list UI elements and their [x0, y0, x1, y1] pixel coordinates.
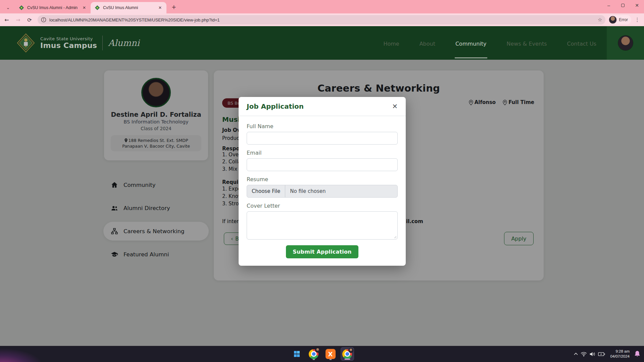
chrome-profile-avatar: [315, 348, 320, 353]
site-favicon: [19, 5, 24, 10]
clock-time: 9:28 am: [610, 349, 630, 354]
site-nav: Home About Community News & Events Conta…: [383, 26, 597, 60]
profile-avatar: [609, 16, 617, 24]
nav-home[interactable]: Home: [383, 28, 400, 58]
reload-button[interactable]: ⟳: [25, 15, 34, 24]
window-controls: – ✕: [602, 0, 644, 13]
taskbar-chrome-2-active[interactable]: [341, 347, 354, 361]
back-button[interactable]: ←: [2, 15, 11, 24]
brand-text: Cavite State University Imus Campus: [40, 36, 97, 50]
tab-close-icon[interactable]: ✕: [157, 5, 163, 11]
cover-letter-label: Cover Letter: [247, 203, 398, 209]
taskbar-chrome-1[interactable]: [307, 347, 320, 361]
nav-about[interactable]: About: [419, 28, 436, 58]
chrome-profile-avatar: [348, 348, 353, 353]
resume-file-input[interactable]: Choose File No file chosen: [247, 185, 398, 198]
modal-header: Job Application ✕: [239, 97, 406, 116]
taskbar-clock[interactable]: 9:28 am 04/07/2024: [610, 349, 630, 359]
url-text: localhost/ALUMNI%20MANAGEMENT%20SYSTEM/U…: [49, 17, 595, 22]
tab-title: CvSU Imus Alumni: [103, 5, 157, 10]
brand-divider: [102, 36, 103, 50]
chevron-down-icon: ⌄: [6, 5, 10, 10]
user-avatar: [618, 35, 633, 51]
full-name-label: Full Name: [247, 123, 398, 130]
clock-date: 04/07/2024: [610, 354, 630, 359]
new-tab-button[interactable]: +: [169, 2, 179, 12]
bookmark-star-icon[interactable]: ☆: [598, 17, 602, 23]
window-minimize-button[interactable]: –: [602, 0, 616, 11]
site-brand[interactable]: Cavite State University Imus Campus Alum…: [16, 33, 140, 53]
info-icon: [41, 17, 46, 22]
modal-body: Full Name Email Resume Choose File No fi…: [239, 116, 406, 266]
tab-alumni[interactable]: CvSU Imus Alumni ✕: [91, 2, 166, 13]
submit-application-button[interactable]: Submit Application: [286, 245, 358, 258]
window-maximize-button[interactable]: [616, 0, 630, 11]
cover-letter-textarea[interactable]: [247, 211, 398, 240]
tab-admin[interactable]: CvSU Imus Alumni - Admin ✕: [15, 2, 91, 13]
file-status-text: No file chosen: [285, 185, 330, 197]
taskbar-xampp[interactable]: X: [324, 347, 337, 361]
tab-search-button[interactable]: ⌄: [3, 3, 13, 12]
url-bar[interactable]: localhost/ALUMNI%20MANAGEMENT%20SYSTEM/U…: [38, 15, 605, 24]
user-menu[interactable]: [607, 26, 644, 60]
screen: ⌄ CvSU Imus Alumni - Admin ✕ CvSU Imus A…: [0, 0, 644, 362]
battery-icon[interactable]: [598, 352, 605, 356]
campus-name: Imus Campus: [40, 41, 97, 50]
full-name-input[interactable]: [247, 132, 398, 145]
xampp-icon: X: [326, 349, 336, 359]
active-indicator: [344, 359, 350, 360]
speaker-icon[interactable]: [589, 352, 596, 357]
job-application-modal: Job Application ✕ Full Name Email Resume…: [239, 97, 406, 266]
site-favicon: [95, 5, 100, 10]
nav-news-events[interactable]: News & Events: [506, 28, 548, 58]
tray-chevron-up-icon[interactable]: [574, 352, 578, 356]
site-header: Cavite State University Imus Campus Alum…: [0, 26, 644, 60]
system-tray: 9:28 am 04/07/2024: [574, 346, 641, 362]
browser-toolbar: ← → ⟳ localhost/ALUMNI%20MANAGEMENT%20SY…: [0, 13, 644, 26]
browser-tab-bar: ⌄ CvSU Imus Alumni - Admin ✕ CvSU Imus A…: [0, 0, 644, 13]
taskbar-center: X: [290, 346, 354, 362]
browser-profile-chip[interactable]: Error: [608, 15, 631, 24]
page-viewport: Cavite State University Imus Campus Alum…: [0, 26, 644, 346]
resume-label: Resume: [247, 176, 398, 183]
browser-menu-button[interactable]: ⋮: [633, 16, 641, 24]
tab-title: CvSU Imus Alumni - Admin: [27, 5, 81, 10]
start-button[interactable]: [290, 347, 304, 361]
profile-name: Error: [619, 17, 628, 22]
nav-community[interactable]: Community: [455, 28, 487, 58]
email-label: Email: [247, 150, 398, 156]
notification-bell-icon[interactable]: [634, 350, 641, 358]
university-seal-icon: [16, 33, 36, 53]
maximize-icon: [621, 4, 625, 7]
choose-file-button[interactable]: Choose File: [247, 185, 285, 197]
running-indicator: [312, 359, 315, 360]
nav-contact-us[interactable]: Contact Us: [566, 28, 597, 58]
email-input[interactable]: [247, 158, 398, 171]
university-name: Cavite State University: [40, 36, 97, 41]
windows-start-icon: [294, 351, 300, 357]
modal-title: Job Application: [247, 102, 304, 110]
close-icon[interactable]: ✕: [392, 103, 398, 110]
forward-button[interactable]: →: [13, 15, 23, 24]
taskbar: X 9:28 am 04/07/2024: [0, 346, 644, 362]
wifi-icon[interactable]: [581, 352, 587, 357]
window-close-button[interactable]: ✕: [630, 0, 644, 11]
running-indicator: [329, 359, 332, 360]
tab-close-icon[interactable]: ✕: [81, 5, 87, 11]
alumni-script-logo: Alumni: [108, 38, 140, 48]
